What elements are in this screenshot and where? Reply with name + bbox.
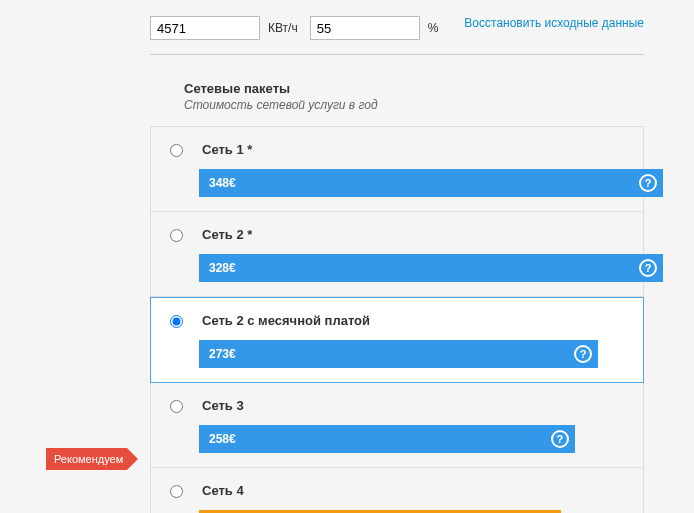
price-value: 328€ [209,261,236,275]
option-head: Сеть 1 * [165,141,629,157]
pct-group: % [310,16,439,40]
option-row[interactable]: Сеть 4249€? [150,468,644,513]
kwh-input[interactable] [150,16,260,40]
help-icon[interactable]: ? [574,345,592,363]
network-packages-section: Сетевые пакеты Стоимость сетевой услуги … [150,81,644,513]
option-row[interactable]: Сеть 2 с месячной платой273€? [150,297,644,383]
section-subtitle: Стоимость сетевой услуги в год [184,98,644,112]
options-list: Сеть 1 *348€?Сеть 2 *328€?Сеть 2 с месяч… [150,126,644,513]
option-radio[interactable] [170,144,183,157]
option-head: Сеть 2 * [165,226,629,242]
option-row[interactable]: Сеть 2 *328€? [150,212,644,297]
option-head: Сеть 4 [165,482,629,498]
kwh-group: КВт/ч [150,16,298,40]
option-label[interactable]: Сеть 2 с месячной платой [202,313,370,328]
option-label[interactable]: Сеть 4 [202,483,244,498]
section-header: Сетевые пакеты Стоимость сетевой услуги … [150,81,644,112]
option-radio[interactable] [170,400,183,413]
option-radio[interactable] [170,315,183,328]
price-bar: 258€? [199,425,575,453]
option-head: Сеть 2 с месячной платой [165,312,629,328]
pct-input[interactable] [310,16,420,40]
option-row[interactable]: Сеть 1 *348€? [150,127,644,212]
price-bar: 348€? [199,169,663,197]
option-label[interactable]: Сеть 2 * [202,227,252,242]
option-radio[interactable] [170,229,183,242]
help-icon[interactable]: ? [639,174,657,192]
price-value: 348€ [209,176,236,190]
option-label[interactable]: Сеть 1 * [202,142,252,157]
section-title: Сетевые пакеты [184,81,644,96]
kwh-unit-label: КВт/ч [268,21,298,35]
input-row: КВт/ч % Восстановить исходные данные [150,16,644,55]
price-bar: 328€? [199,254,663,282]
recommend-badge: Рекомендуем [46,448,127,470]
price-bar: 273€? [199,340,598,368]
price-value: 273€ [209,347,236,361]
reset-link[interactable]: Восстановить исходные данные [464,16,644,32]
price-value: 258€ [209,432,236,446]
option-row[interactable]: Сеть 3258€? [150,383,644,468]
option-radio[interactable] [170,485,183,498]
option-label[interactable]: Сеть 3 [202,398,244,413]
help-icon[interactable]: ? [551,430,569,448]
option-head: Сеть 3 [165,397,629,413]
help-icon[interactable]: ? [639,259,657,277]
pct-unit-label: % [428,21,439,35]
